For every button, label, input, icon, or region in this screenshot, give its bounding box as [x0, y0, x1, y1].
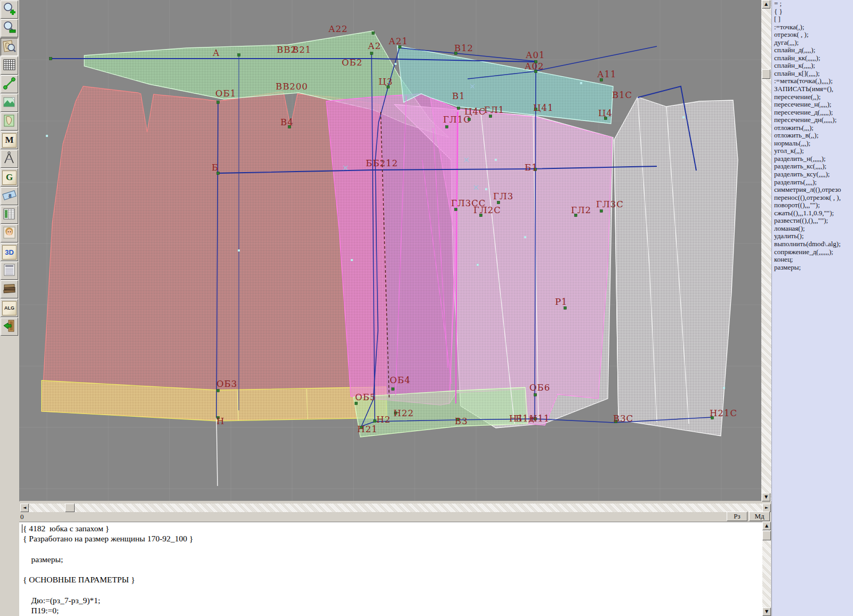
pattern-m-button[interactable]: M: [1, 131, 18, 149]
command-item[interactable]: дуга(,,,);: [772, 39, 853, 47]
photo-model-button[interactable]: [1, 224, 18, 242]
command-item[interactable]: перенос((),отрезок( , ),: [772, 194, 853, 202]
point-marker[interactable]: [392, 388, 395, 391]
md-button[interactable]: Мд: [749, 512, 770, 521]
scroll-down-icon[interactable]: ▼: [762, 493, 770, 501]
alg-document-button[interactable]: ALG: [1, 299, 18, 317]
command-item[interactable]: сплайн_к[](,,,,);: [772, 70, 853, 78]
scroll-down-icon[interactable]: ▼: [762, 607, 771, 616]
ruler-button[interactable]: 8: [1, 187, 18, 205]
point-marker[interactable]: [217, 390, 220, 392]
command-item[interactable]: нормаль(,,,);: [772, 140, 853, 148]
command-item[interactable]: пересечение_дн(,,,,,);: [772, 116, 853, 124]
point-marker-cyan[interactable]: [495, 159, 497, 161]
command-item[interactable]: :=точка(,);: [772, 23, 853, 31]
command-item[interactable]: сплайн_кк(,,,,,);: [772, 54, 853, 62]
view-pattern-button[interactable]: [1, 38, 18, 56]
zoom-out-button[interactable]: [1, 19, 18, 37]
g-tool-button[interactable]: G: [1, 168, 18, 187]
point-marker[interactable]: [374, 420, 376, 423]
command-item[interactable]: { }: [772, 8, 853, 16]
point-marker[interactable]: [600, 210, 603, 213]
code-editor[interactable]: { 4182 юбка с запахом } { Разработано на…: [19, 522, 762, 616]
command-item[interactable]: симметрия_л((),отрезо: [772, 186, 853, 194]
point-marker-cyan[interactable]: [46, 135, 48, 137]
command-item[interactable]: сплайн_к(,,,,);: [772, 62, 853, 70]
editor-vscroll-thumb[interactable]: [762, 531, 771, 540]
point-marker-cyan[interactable]: [524, 236, 526, 238]
point-marker-cyan[interactable]: [351, 259, 353, 261]
command-item[interactable]: разделить(,,,,);: [772, 179, 853, 187]
point-marker[interactable]: [372, 32, 375, 35]
command-item[interactable]: [ ]: [772, 15, 853, 23]
point-marker[interactable]: [534, 394, 537, 396]
command-item[interactable]: = ;: [772, 0, 853, 8]
canvas-hscrollbar[interactable]: ◄ ►: [20, 504, 771, 512]
pattern-canvas[interactable]: А22АВВ2В21А2А21В12ОБ2А01А02А11Ц3ОБ1ВВ200…: [19, 0, 761, 501]
rz-button[interactable]: Рз: [727, 512, 747, 521]
point-marker[interactable]: [497, 201, 500, 204]
drafting-compass-button[interactable]: [1, 150, 18, 168]
command-item[interactable]: развести((),(),,,"");: [772, 217, 853, 225]
point-marker[interactable]: [457, 107, 460, 110]
point-marker[interactable]: [455, 208, 457, 211]
canvas-vscrollbar[interactable]: ▲ ▼: [761, 0, 771, 501]
command-item[interactable]: сжать((),,,1.1,0.9,"");: [772, 209, 853, 217]
exit-button[interactable]: [1, 318, 18, 336]
point-marker[interactable]: [446, 126, 448, 128]
point-marker-cyan[interactable]: [723, 387, 725, 389]
command-item[interactable]: ЗАПИСАТЬ(имя=(),: [772, 85, 853, 93]
command-item[interactable]: пересечение_д(,,,,,);: [772, 109, 853, 117]
point-marker-cyan[interactable]: [580, 82, 582, 84]
point-marker-cyan[interactable]: [477, 264, 479, 266]
scroll-left-icon[interactable]: ◄: [20, 504, 29, 512]
image-button[interactable]: [1, 94, 18, 112]
grid-button[interactable]: [1, 56, 18, 75]
point-marker-cyan[interactable]: [395, 63, 397, 65]
point-marker[interactable]: [355, 402, 358, 405]
point-marker-cyan[interactable]: [682, 116, 685, 118]
zoom-in-button[interactable]: [1, 1, 18, 19]
command-item[interactable]: разделить_н(,,,,,);: [772, 155, 853, 163]
command-item[interactable]: отрезок( , );: [772, 31, 853, 39]
piece-side-white-2[interactable]: [614, 97, 738, 436]
scroll-right-icon[interactable]: ►: [762, 504, 771, 512]
command-item[interactable]: конец;: [772, 256, 853, 264]
command-item[interactable]: выполнить(dmod\.alg);: [772, 240, 853, 248]
canvas-hscroll-thumb[interactable]: [65, 504, 75, 512]
command-item[interactable]: отложить_в(,,);: [772, 132, 853, 140]
command-item[interactable]: размеры;: [772, 264, 853, 272]
pattern-piece-button[interactable]: [1, 112, 18, 131]
command-item[interactable]: удалить();: [772, 232, 853, 240]
editor-vscrollbar[interactable]: ▲ ▼: [762, 522, 771, 616]
point-marker[interactable]: [238, 54, 240, 56]
command-item[interactable]: угол_к(,,);: [772, 147, 853, 155]
canvas-vscroll-thumb[interactable]: [762, 69, 770, 79]
point-marker-cyan[interactable]: [485, 188, 487, 190]
text-list-button[interactable]: [1, 262, 18, 280]
command-item[interactable]: разделить_кс(,,,,);: [772, 163, 853, 171]
books-button[interactable]: [1, 280, 18, 298]
command-item[interactable]: :=метка(точка(,),,,,);: [772, 77, 853, 85]
command-item[interactable]: пересечение_н(,,,,);: [772, 101, 853, 109]
point-marker[interactable]: [217, 101, 220, 104]
command-item[interactable]: пересечение(,,);: [772, 93, 853, 101]
point-marker[interactable]: [489, 115, 492, 118]
command-item[interactable]: сплайн_д(,,,,);: [772, 46, 853, 54]
3d-button[interactable]: 3D: [1, 243, 18, 261]
command-item[interactable]: поворот((),,,"");: [772, 201, 853, 209]
point-label: ГЛ2С: [473, 205, 501, 215]
command-item[interactable]: ломаная();: [772, 225, 853, 233]
table-button[interactable]: [1, 206, 18, 224]
scroll-up-icon[interactable]: ▲: [762, 522, 771, 530]
point-marker-cyan[interactable]: [238, 249, 240, 252]
point-label: ГЛ3С: [596, 199, 624, 209]
point-marker[interactable]: [564, 307, 567, 310]
command-item[interactable]: отложить(,,,);: [772, 124, 853, 132]
command-item[interactable]: сопряжение_д(,,,,,,);: [772, 248, 853, 256]
segment-button[interactable]: [1, 75, 18, 93]
scroll-up-icon[interactable]: ▲: [762, 0, 770, 9]
point-marker[interactable]: [371, 52, 373, 55]
command-item[interactable]: разделить_ксу(,,,,);: [772, 171, 853, 179]
point-marker[interactable]: [50, 58, 52, 60]
